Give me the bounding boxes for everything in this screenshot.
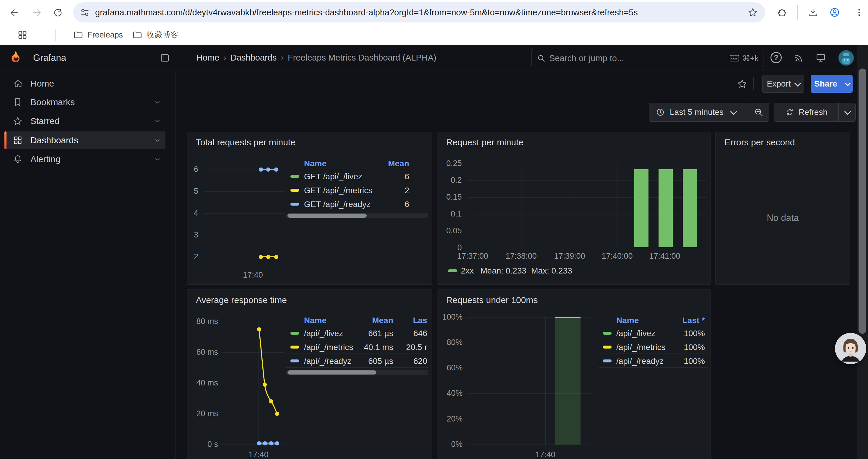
series-name[interactable]: GET /api/_/metrics xyxy=(304,186,372,195)
legend-row[interactable]: GET /api/_/metrics 2 xyxy=(286,183,428,197)
dock-menu-icon[interactable] xyxy=(159,53,170,63)
brand-title: Grafana xyxy=(33,53,66,63)
column-header-last[interactable]: Las xyxy=(413,316,427,325)
series-color-pill xyxy=(290,203,299,205)
x-tick: 17:37:00 xyxy=(452,252,493,261)
site-settings-icon[interactable] xyxy=(80,7,90,18)
column-header-mean[interactable]: Mean xyxy=(372,316,393,325)
page-scrollbar-thumb[interactable] xyxy=(859,68,866,334)
news-rss-icon[interactable] xyxy=(794,53,804,63)
panel-title[interactable]: Requests under 100ms xyxy=(446,295,538,305)
legend-series-label[interactable]: 2xx xyxy=(461,266,474,275)
legend-row[interactable]: GET /api/_/livez 6 xyxy=(286,169,428,183)
data-point xyxy=(275,441,279,446)
folder-icon xyxy=(73,30,83,40)
chevron-down-icon[interactable] xyxy=(153,155,162,164)
browser-profile-icon[interactable] xyxy=(829,7,840,18)
y-tick: 80% xyxy=(437,338,463,347)
column-header-name[interactable]: Name xyxy=(304,159,327,168)
sidebar-item-starred[interactable]: Starred xyxy=(4,112,165,130)
browser-menu-icon[interactable] xyxy=(854,7,864,18)
downloads-icon[interactable] xyxy=(808,7,818,18)
sidebar-item-home[interactable]: Home xyxy=(4,75,165,93)
bookmark-star-icon[interactable] xyxy=(747,7,758,18)
chevron-down-icon[interactable] xyxy=(153,136,162,145)
legend-row[interactable]: /api/_/livez 100% xyxy=(598,326,708,340)
series-name[interactable]: /api/_/readyz xyxy=(304,357,351,366)
data-point xyxy=(266,255,270,259)
monitor-icon[interactable] xyxy=(815,53,826,63)
scrollbar-thumb[interactable] xyxy=(287,370,376,374)
assistant-avatar[interactable] xyxy=(835,333,866,364)
scrollbar-thumb[interactable] xyxy=(287,214,367,218)
toolbar-divider xyxy=(753,77,754,90)
browser-forward-icon[interactable] xyxy=(32,7,42,18)
address-bar[interactable] xyxy=(73,2,765,23)
series-mean: 605 µs xyxy=(368,357,393,366)
extensions-icon[interactable] xyxy=(776,8,787,18)
browser-reload-icon[interactable] xyxy=(53,7,63,18)
share-menu-button[interactable] xyxy=(841,75,852,93)
share-button[interactable]: Share xyxy=(811,75,841,93)
help-icon[interactable] xyxy=(771,52,782,63)
zoom-out-button[interactable] xyxy=(748,103,769,122)
series-name[interactable]: /api/_/metrics xyxy=(616,342,665,352)
legend-row[interactable]: /api/_/metrics 40.1 ms 20.5 r xyxy=(286,340,428,354)
user-avatar[interactable] xyxy=(838,50,854,66)
data-point xyxy=(259,255,263,259)
column-header-mean[interactable]: Mean xyxy=(388,159,409,168)
sidebar-item-dashboards[interactable]: Dashboards xyxy=(4,131,165,149)
browser-back-icon[interactable] xyxy=(9,7,20,18)
series-name[interactable]: /api/_/readyz xyxy=(616,357,663,366)
legend-row[interactable]: GET /api/_/readyz 6 xyxy=(286,197,428,211)
series-last: 646 xyxy=(413,329,427,338)
gridline xyxy=(204,213,285,214)
data-point xyxy=(257,441,261,446)
grafana-logo[interactable] xyxy=(8,51,22,64)
legend-table: Name Mean GET /api/_/livez 6 GET /api/_/… xyxy=(286,157,428,211)
column-header-last[interactable]: Last * xyxy=(682,316,705,325)
x-tick: 17:40 xyxy=(244,450,273,459)
gridline xyxy=(521,164,522,248)
series-name[interactable]: GET /api/_/livez xyxy=(304,172,362,182)
data-point xyxy=(274,167,278,172)
series-color-pill xyxy=(603,346,612,349)
chevron-down-icon[interactable] xyxy=(153,117,162,126)
gridline xyxy=(204,235,285,235)
sidebar-item-alerting[interactable]: Alerting xyxy=(4,150,165,168)
legend-row[interactable]: /api/_/readyz 100% xyxy=(598,354,708,368)
x-tick: 17:39:00 xyxy=(549,252,590,261)
legend-row[interactable]: /api/_/livez 661 µs 646 xyxy=(286,326,428,340)
bell-icon xyxy=(13,154,23,164)
time-range-picker[interactable]: Last 5 minutes xyxy=(649,103,748,122)
bookmark-item-freeleaps[interactable]: Freeleaps xyxy=(35,25,123,45)
legend-row[interactable]: /api/_/readyz 605 µs 620 xyxy=(286,354,428,368)
panel-title[interactable]: Errors per second xyxy=(724,137,795,147)
refresh-interval-button[interactable] xyxy=(838,103,856,122)
column-header-name[interactable]: Name xyxy=(304,316,327,325)
chevron-down-icon[interactable] xyxy=(153,98,162,107)
sidebar-item-bookmarks[interactable]: Bookmarks xyxy=(4,93,165,111)
legend-row[interactable]: /api/_/metrics 100% xyxy=(598,340,708,354)
search-input[interactable] xyxy=(549,54,726,63)
panel-title[interactable]: Total requests per minute xyxy=(196,137,296,147)
breadcrumb: Home › Dashboards › Freeleaps Metrics Da… xyxy=(196,53,436,63)
url-input[interactable] xyxy=(95,8,747,18)
series-name[interactable]: /api/_/livez xyxy=(616,329,655,338)
bookmark-item-blogs[interactable]: 收藏博客 xyxy=(132,25,179,45)
series-name[interactable]: /api/_/livez xyxy=(304,329,343,338)
panel-title[interactable]: Request per minute xyxy=(446,137,524,147)
x-tick: 17:40 xyxy=(238,270,268,280)
series-name[interactable]: /api/_/metrics xyxy=(304,342,353,352)
search-box[interactable]: ⌘+k xyxy=(531,49,764,67)
column-header-name[interactable]: Name xyxy=(616,316,639,325)
breadcrumb-dashboards[interactable]: Dashboards xyxy=(230,53,277,63)
favorite-star-icon[interactable] xyxy=(737,78,747,89)
series-color-pill xyxy=(290,359,299,362)
breadcrumb-home[interactable]: Home xyxy=(196,53,219,63)
export-button[interactable]: Export xyxy=(762,75,804,93)
series-name[interactable]: GET /api/_/readyz xyxy=(304,200,370,209)
sidebar-item-label: Dashboards xyxy=(30,135,78,145)
refresh-button[interactable]: Refresh xyxy=(774,103,838,122)
apps-grid-icon[interactable] xyxy=(17,30,28,40)
